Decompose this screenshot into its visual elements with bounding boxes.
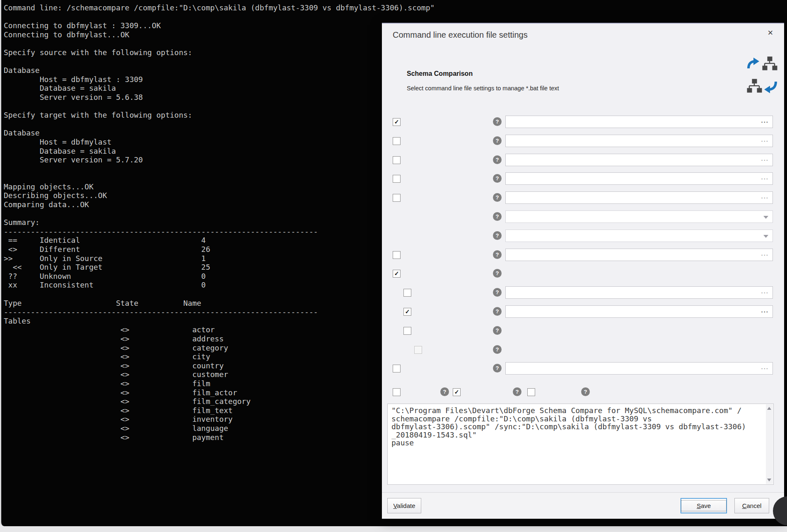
save-button-label: Save (681, 500, 727, 511)
browse-button[interactable]: ... (761, 193, 769, 200)
comparison-options-input[interactable]: ... (505, 172, 773, 185)
browse-button[interactable]: ... (761, 174, 769, 181)
row-error-code: ? (382, 343, 784, 363)
help-icon[interactable]: ? (493, 364, 502, 372)
source-checkbox[interactable] (393, 137, 401, 145)
row-report-format: ? (382, 210, 784, 230)
cancel-button[interactable]: Cancel (734, 498, 769, 513)
row-source: ?... (382, 135, 784, 154)
settings-rows: ✓?...?...?...?...?...???...✓??...✓?...??… (382, 116, 784, 381)
help-icon[interactable]: ? (493, 269, 502, 278)
row-report: ?... (382, 191, 784, 210)
browse-button[interactable]: ... (761, 307, 769, 314)
validate-button-label: Validate (388, 500, 421, 511)
comparison-project-checkbox[interactable]: ✓ (393, 118, 401, 126)
report-format-dropdown[interactable] (505, 210, 773, 223)
powershell-checkbox[interactable] (527, 388, 535, 396)
synchronization-options-checkbox[interactable] (403, 289, 411, 297)
bat-text-area[interactable]: "C:\Program Files\Devart\dbForge Schema … (387, 404, 774, 485)
row-target: ?... (382, 154, 784, 173)
browse-button[interactable]: ... (761, 155, 769, 162)
help-icon[interactable]: ? (493, 155, 502, 164)
close-icon[interactable]: ✕ (768, 29, 773, 37)
scrollbar[interactable] (766, 404, 773, 484)
row-execute: ? (382, 324, 784, 343)
comparison-options-checkbox[interactable] (393, 175, 401, 183)
bat-text: "C:\Program Files\Devart\dbForge Schema … (388, 404, 764, 447)
error-code-checkbox[interactable] (414, 346, 422, 354)
browse-button[interactable]: ... (761, 288, 769, 295)
validate-button[interactable]: Validate (387, 498, 421, 513)
row-synchronization-options: ?... (382, 286, 784, 305)
browse-button[interactable]: ... (761, 136, 769, 143)
report-checkbox[interactable] (393, 194, 401, 202)
arguments-file-checkbox[interactable] (393, 365, 401, 372)
report-input[interactable]: ... (505, 191, 773, 204)
source-input[interactable]: ... (505, 135, 773, 147)
flag-powershell: ? (527, 387, 595, 399)
row-groupby: ? (382, 230, 784, 249)
bat-flags-row: ?✓?? (382, 387, 784, 401)
dropdown-arrow-icon[interactable] (763, 235, 768, 238)
window-frame-bottom (0, 526, 787, 532)
dialog-title: Command line execution file settings (393, 30, 528, 40)
execute-checkbox[interactable] (403, 327, 411, 335)
help-icon[interactable]: ? (513, 387, 521, 396)
groupby-dropdown[interactable] (505, 230, 773, 242)
row-log-file: ?... (382, 249, 784, 268)
help-icon[interactable]: ? (493, 345, 502, 354)
help-icon[interactable]: ? (493, 231, 502, 240)
scroll-down-icon[interactable] (767, 479, 771, 481)
help-icon[interactable]: ? (493, 326, 502, 335)
help-icon[interactable]: ? (493, 212, 502, 221)
section-subtitle: Select command line file settings to man… (407, 85, 559, 92)
help-icon[interactable]: ? (493, 174, 502, 183)
flag-keep-opened: ✓? (453, 387, 527, 399)
browse-button[interactable]: ... (761, 250, 769, 257)
comparison-project-input[interactable]: ... (505, 116, 773, 128)
help-icon[interactable]: ? (493, 250, 502, 259)
help-icon[interactable]: ? (440, 387, 449, 396)
row-comparison-options: ?... (382, 172, 784, 191)
flag-echo-off: ? (393, 387, 454, 399)
help-icon[interactable]: ? (493, 288, 502, 297)
help-icon[interactable]: ? (581, 387, 590, 396)
dropdown-arrow-icon[interactable] (763, 216, 768, 219)
synchronization-file-input[interactable]: ... (505, 305, 773, 318)
synchronization-file-checkbox[interactable]: ✓ (403, 308, 411, 316)
scroll-up-icon[interactable] (767, 407, 771, 410)
schema-compare-icon (746, 56, 778, 97)
section-title: Schema Comparison (407, 70, 473, 77)
log-file-checkbox[interactable] (393, 251, 401, 259)
dialog-footer: Validate Save Cancel (382, 492, 784, 519)
target-input[interactable]: ... (505, 154, 773, 166)
browse-button[interactable]: ... (761, 117, 769, 124)
target-checkbox[interactable] (393, 156, 401, 164)
synchronization-checkbox[interactable]: ✓ (393, 270, 401, 278)
help-icon[interactable]: ? (493, 307, 502, 316)
row-arguments-file: ?... (382, 362, 784, 381)
row-synchronization-file: ✓?... (382, 305, 784, 324)
browse-button[interactable]: ... (761, 363, 769, 370)
keep-opened-checkbox[interactable]: ✓ (453, 388, 461, 396)
save-button[interactable]: Save (681, 498, 727, 513)
row-synchronization: ✓? (382, 267, 784, 286)
arguments-file-input[interactable]: ... (505, 362, 773, 375)
cancel-button-label: Cancel (735, 500, 769, 511)
dialog-command-line-settings: Command line execution file settings ✕ S… (382, 23, 784, 519)
help-icon[interactable]: ? (493, 193, 502, 202)
row-comparison-project: ✓?... (382, 116, 784, 135)
echo-off-checkbox[interactable] (393, 388, 401, 396)
help-icon[interactable]: ? (493, 117, 502, 126)
synchronization-options-input[interactable]: ... (505, 286, 773, 299)
help-icon[interactable]: ? (493, 136, 502, 145)
log-file-input[interactable]: ... (505, 249, 773, 261)
